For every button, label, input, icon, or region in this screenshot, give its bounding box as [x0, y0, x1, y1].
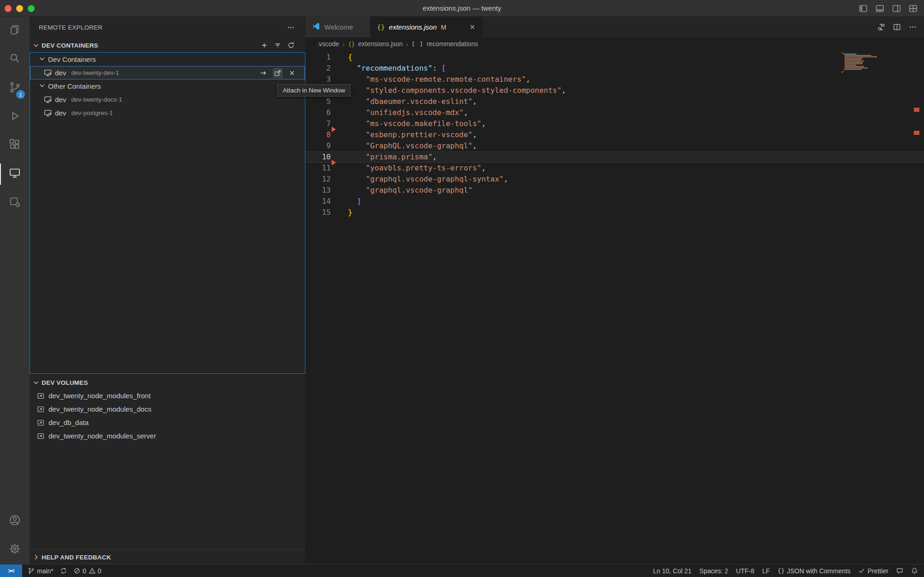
add-icon[interactable] — [261, 42, 268, 49]
container-item-row[interactable]: devdev-postgres-1 — [30, 106, 305, 120]
extensions-icon — [8, 138, 21, 153]
line-number[interactable]: 11 — [305, 163, 331, 174]
sync-status[interactable] — [60, 567, 67, 574]
status-label: JSON with Comments — [787, 567, 851, 575]
activity-remote-explorer[interactable] — [0, 160, 30, 188]
breadcrumb-item[interactable]: .vscode — [317, 40, 339, 48]
container-group-row[interactable]: Dev Containers — [30, 53, 305, 66]
close-tab-icon[interactable] — [469, 24, 476, 30]
line-number[interactable]: 8 — [305, 129, 331, 140]
code-line[interactable]: 3 "ms-vscode-remote.remote-containers", — [305, 74, 924, 85]
line-number[interactable]: 9 — [305, 140, 331, 152]
activity-run-debug[interactable] — [0, 103, 30, 131]
activity-search[interactable] — [0, 45, 30, 74]
errors-count: 0 — [83, 567, 86, 575]
activity-source-control[interactable]: 1 — [0, 74, 30, 103]
code-lines: 1{2 "recommendations": [3 "ms-vscode-rem… — [305, 52, 924, 218]
attach-container-icon[interactable] — [258, 68, 268, 78]
activity-extensions[interactable] — [0, 131, 30, 160]
status-cursor-position[interactable]: Ln 10, Col 21 — [653, 567, 692, 575]
section-help-feedback[interactable]: HELP AND FEEDBACK — [30, 550, 305, 564]
activity-accounts[interactable] — [0, 507, 30, 535]
breadcrumb-item[interactable]: extensions.json — [358, 40, 403, 48]
activity-settings[interactable] — [0, 535, 30, 564]
code-line[interactable]: 12 "graphql.vscode-graphql-syntax", — [305, 174, 924, 185]
line-number[interactable]: 12 — [305, 174, 331, 185]
line-number[interactable]: 6 — [305, 107, 331, 118]
volume-item-row[interactable]: dev_db_data — [30, 416, 305, 429]
refresh-icon[interactable] — [287, 42, 295, 49]
code-text: "recommendations": [ — [348, 63, 446, 74]
status-language-mode[interactable]: {}JSON with Comments — [778, 567, 851, 575]
line-number[interactable]: 5 — [305, 96, 331, 107]
section-dev-volumes[interactable]: DEV VOLUMES — [30, 376, 305, 389]
volume-item-row[interactable]: dev_twenty_node_modules_server — [30, 429, 305, 443]
activity-explorer[interactable] — [0, 17, 30, 45]
code-line[interactable]: 7 "ms-vscode.makefile-tools", — [305, 118, 924, 129]
code-line[interactable]: 15} — [305, 207, 924, 218]
breadcrumb-item[interactable]: recommendations — [426, 40, 478, 48]
group-label: Dev Containers — [48, 55, 96, 63]
line-number[interactable]: 10 — [305, 152, 331, 163]
activity-dev-containers[interactable] — [0, 188, 30, 217]
notifications-status[interactable] — [911, 567, 918, 574]
line-number[interactable]: 3 — [305, 74, 331, 85]
problems-status[interactable]: 0 0 — [73, 567, 102, 575]
status-indentation[interactable]: Spaces: 2 — [699, 567, 728, 575]
line-number[interactable]: 7 — [305, 118, 331, 129]
container-item-row[interactable]: devdev-twenty-docs-1 — [30, 93, 305, 106]
remote-indicator[interactable]: >< — [0, 565, 22, 577]
minimize-window-button[interactable] — [16, 5, 23, 12]
stop-container-icon[interactable] — [287, 68, 297, 78]
code-text: "graphql.vscode-graphql" — [348, 185, 473, 196]
code-line[interactable]: 2 "recommendations": [ — [305, 63, 924, 74]
status-eol[interactable]: LF — [762, 567, 770, 575]
line-number[interactable]: 13 — [305, 185, 331, 196]
tab-label: Welcome — [324, 23, 353, 31]
zoom-window-button[interactable] — [28, 5, 35, 12]
tab-extensions-json[interactable]: {} extensions.json M — [371, 17, 483, 37]
line-number[interactable]: 1 — [305, 52, 331, 63]
split-editor-icon[interactable] — [893, 23, 901, 31]
volume-item-row[interactable]: dev_twenty_node_modules_docs — [30, 402, 305, 416]
customize-layout-icon[interactable] — [909, 4, 918, 13]
feedback-status[interactable] — [896, 567, 903, 574]
minimap[interactable] — [842, 52, 878, 73]
toggle-primary-sidebar-icon[interactable] — [859, 4, 868, 13]
tab-welcome[interactable]: Welcome — [305, 17, 371, 37]
code-line[interactable]: 5 "dbaeumer.vscode-eslint", — [305, 96, 924, 107]
code-line[interactable]: 14 ] — [305, 196, 924, 207]
sidebar-title-row: REMOTE EXPLORER — [30, 17, 305, 38]
line-number[interactable]: 15 — [305, 207, 331, 218]
status-formatter[interactable]: Prettier — [858, 567, 888, 575]
container-group-row[interactable]: Other Containers — [30, 79, 305, 93]
git-deleted-marker — [332, 160, 336, 165]
close-window-button[interactable] — [5, 5, 12, 12]
section-dev-containers[interactable]: DEV CONTAINERS — [30, 38, 305, 52]
more-actions-icon[interactable] — [909, 23, 917, 31]
filter-icon[interactable] — [274, 42, 281, 49]
code-line[interactable]: 8 "esbenp.prettier-vscode", — [305, 129, 924, 140]
code-line[interactable]: 9 "GraphQL.vscode-graphql", — [305, 140, 924, 152]
toggle-secondary-sidebar-icon[interactable] — [892, 4, 901, 13]
minimap-line — [842, 70, 878, 71]
git-branch-icon — [28, 567, 35, 574]
git-branch-status[interactable]: main* — [28, 567, 54, 575]
code-line[interactable]: 11 "yoavbls.pretty-ts-errors", — [305, 163, 924, 174]
code-area[interactable]: 1{2 "recommendations": [3 "ms-vscode-rem… — [305, 50, 924, 564]
code-line[interactable]: 4 "styled-components.vscode-styled-compo… — [305, 85, 924, 96]
code-line[interactable]: 10 "prisma.prisma", — [305, 152, 924, 163]
open-changes-icon[interactable] — [877, 23, 885, 31]
code-line[interactable]: 1{ — [305, 52, 924, 63]
line-number[interactable]: 2 — [305, 63, 331, 74]
container-item-row[interactable]: devdev-twenty-dev-1 — [30, 66, 305, 79]
files-icon — [8, 24, 21, 38]
code-line[interactable]: 6 "unifiedjs.vscode-mdx", — [305, 107, 924, 118]
more-actions-icon[interactable] — [287, 24, 295, 31]
toggle-panel-icon[interactable] — [875, 4, 884, 13]
code-line[interactable]: 13 "graphql.vscode-graphql" — [305, 185, 924, 196]
status-encoding[interactable]: UTF-8 — [736, 567, 754, 575]
attach-new-window-icon[interactable] — [273, 68, 283, 78]
line-number[interactable]: 14 — [305, 196, 331, 207]
volume-item-row[interactable]: dev_twenty_node_modules_front — [30, 389, 305, 402]
